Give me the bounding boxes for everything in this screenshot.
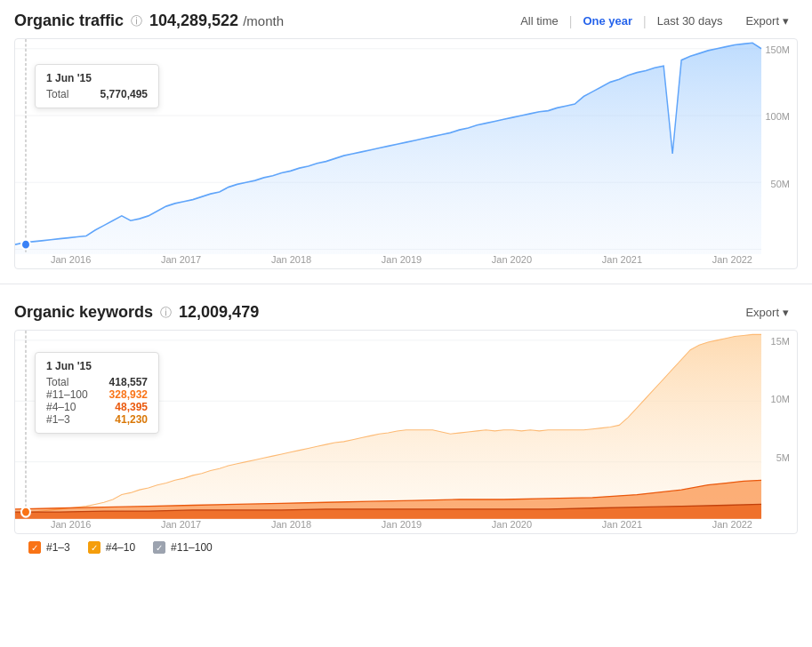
- keywords-tooltip-row-2: #4–10 48,395: [46, 401, 148, 413]
- keywords-section: Organic keywords ⓘ 12,009,479 Export ▾: [0, 292, 812, 571]
- keywords-tooltip-row-3: #1–3 41,230: [46, 413, 148, 426]
- legend-item-4-10[interactable]: ✓ #4–10: [88, 541, 135, 554]
- traffic-info-icon[interactable]: ⓘ: [131, 13, 142, 29]
- traffic-tooltip: 1 Jun '15 Total 5,770,495: [35, 64, 159, 108]
- kw-row2-label: #4–10: [46, 401, 76, 413]
- svg-point-11: [21, 507, 30, 517]
- x-label-2022: Jan 2022: [712, 254, 752, 265]
- traffic-x-axis: Jan 2016 Jan 2017 Jan 2018 Jan 2019 Jan …: [51, 251, 752, 268]
- keywords-tooltip: 1 Jun '15 Total 418,557 #11–100 328,932 …: [35, 352, 159, 434]
- kw-row2-value: 48,395: [115, 401, 148, 413]
- kw-x-label-2019: Jan 2019: [382, 519, 422, 530]
- filter-last-30[interactable]: Last 30 days: [647, 11, 734, 31]
- kw-x-label-2021: Jan 2021: [602, 519, 642, 530]
- legend-item-11-100[interactable]: ✓ #11–100: [153, 541, 213, 554]
- keywords-legend: ✓ #1–3 ✓ #4–10 ✓ #11–100: [14, 534, 798, 564]
- legend-label-11-100: #11–100: [171, 541, 213, 554]
- x-label-2016: Jan 2016: [51, 254, 91, 265]
- kw-x-label-2016: Jan 2016: [51, 519, 91, 530]
- section-divider: [0, 284, 812, 284]
- keywords-export-button[interactable]: Export ▾: [736, 302, 798, 323]
- traffic-header: Organic traffic ⓘ 104,289,522 /month All…: [14, 11, 798, 31]
- legend-checkbox-11-100[interactable]: ✓: [153, 541, 165, 554]
- x-label-2019: Jan 2019: [382, 254, 422, 265]
- kw-x-label-2022: Jan 2022: [712, 519, 752, 530]
- kw-x-label-2018: Jan 2018: [271, 519, 311, 530]
- kw-x-label-2020: Jan 2020: [492, 519, 532, 530]
- kw-total-label: Total: [46, 376, 68, 388]
- legend-checkbox-4-10[interactable]: ✓: [88, 541, 100, 554]
- keywords-tooltip-date: 1 Jun '15: [46, 360, 148, 372]
- keywords-tooltip-rows: Total 418,557 #11–100 328,932 #4–10 48,3…: [46, 376, 148, 426]
- keywords-export-chevron-icon: ▾: [783, 306, 789, 319]
- legend-item-1-3[interactable]: ✓ #1–3: [28, 541, 70, 554]
- time-filters: All time | One year | Last 30 days: [510, 11, 733, 31]
- filter-one-year[interactable]: One year: [572, 11, 643, 31]
- kw-row3-value: 41,230: [115, 413, 148, 426]
- kw-x-label-2017: Jan 2017: [161, 519, 201, 530]
- traffic-export-button[interactable]: Export ▾: [736, 11, 798, 31]
- keywords-title-group: Organic keywords ⓘ 12,009,479: [14, 303, 259, 322]
- legend-label-4-10: #4–10: [106, 541, 135, 554]
- traffic-tooltip-label: Total: [46, 88, 68, 100]
- x-label-2020: Jan 2020: [492, 254, 532, 265]
- traffic-stat: 104,289,522 /month: [149, 12, 284, 30]
- export-chevron-icon: ▾: [783, 14, 789, 28]
- kw-row3-label: #1–3: [46, 413, 70, 426]
- keywords-stat: 12,009,479: [179, 303, 259, 322]
- traffic-title: Organic traffic: [14, 12, 124, 30]
- x-label-2018: Jan 2018: [271, 254, 311, 265]
- traffic-section: Organic traffic ⓘ 104,289,522 /month All…: [0, 0, 812, 276]
- traffic-tooltip-date: 1 Jun '15: [46, 72, 148, 84]
- keywords-header: Organic keywords ⓘ 12,009,479 Export ▾: [14, 302, 798, 323]
- kw-total-value: 418,557: [109, 376, 148, 388]
- traffic-tooltip-row: Total 5,770,495: [46, 88, 148, 100]
- traffic-chart: 150M 100M 50M 1 Jun '15 Total 5,770,495 …: [14, 38, 798, 269]
- traffic-title-group: Organic traffic ⓘ 104,289,522 /month: [14, 12, 284, 30]
- x-label-2021: Jan 2021: [602, 254, 642, 265]
- traffic-controls: All time | One year | Last 30 days Expor…: [510, 11, 798, 31]
- svg-point-5: [21, 240, 30, 250]
- legend-checkbox-1-3[interactable]: ✓: [28, 541, 41, 554]
- keywords-x-axis: Jan 2016 Jan 2017 Jan 2018 Jan 2019 Jan …: [51, 515, 752, 533]
- keywords-tooltip-total: Total 418,557: [46, 376, 148, 388]
- keywords-title: Organic keywords: [14, 303, 153, 322]
- traffic-tooltip-value: 5,770,495: [100, 88, 148, 100]
- keywords-info-icon[interactable]: ⓘ: [160, 305, 172, 321]
- filter-all-time[interactable]: All time: [510, 11, 569, 31]
- x-label-2017: Jan 2017: [161, 254, 201, 265]
- keywords-chart: 15M 10M 5M 1 Jun '15 Total 418,557 #11–1…: [14, 330, 798, 534]
- kw-row1-label: #11–100: [46, 388, 88, 401]
- kw-row1-value: 328,932: [109, 388, 148, 401]
- legend-label-1-3: #1–3: [46, 541, 70, 554]
- keywords-tooltip-row-1: #11–100 328,932: [46, 388, 148, 401]
